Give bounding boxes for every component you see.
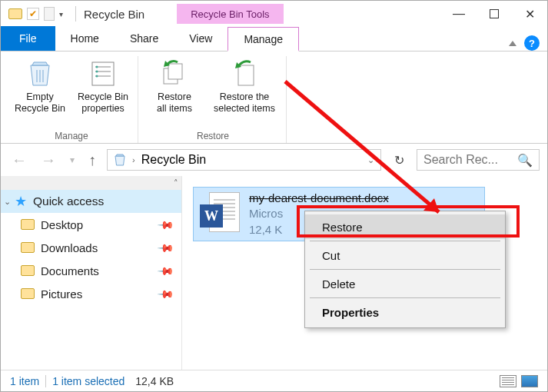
nav-label: Pictures [41,287,82,301]
restore-selected-icon [229,58,260,88]
label-line2: properties [81,103,125,115]
svg-point-5 [96,71,98,73]
context-menu-properties[interactable]: Properties [305,300,505,324]
label-line2: all items [157,103,192,115]
restore-selected-items-button[interactable]: Restore the selected items [208,56,281,115]
collapse-ribbon-icon[interactable] [509,41,516,46]
folder-icon [21,265,35,276]
status-selection: 1 item selected [52,375,125,387]
file-name: my-dearest-document.docx [249,191,389,206]
label-line1: Empty [26,91,53,103]
nav-label: Documents [41,264,99,277]
help-icon[interactable]: ? [524,35,540,51]
nav-quick-access[interactable]: ⌄ ★ Quick access [1,190,181,213]
star-icon: ★ [15,193,27,210]
explorer-window: ✔ ▾ Recycle Bin Recycle Bin Tools — ✕ Fi… [0,0,548,392]
tab-view[interactable]: View [174,26,228,51]
status-size: 12,4 KB [135,375,174,387]
nav-documents[interactable]: Documents 📌 [1,259,181,282]
recent-locations-icon[interactable]: ▾ [67,154,78,165]
svg-point-6 [96,75,98,78]
label-line1: Recycle Bin [78,91,128,103]
separator [75,6,76,22]
restore-all-icon [159,58,190,88]
context-menu-cut[interactable]: Cut [305,243,505,267]
address-bar: ← → ▾ ↑ › Recycle Bin ⌄ ↻ Search Rec... … [1,144,547,176]
view-switcher [500,375,538,387]
nav-label: Desktop [41,218,83,231]
status-item-count: 1 item [10,375,39,387]
status-bar: 1 item 1 item selected 12,4 KB [1,370,547,391]
qat-dropdown-icon[interactable]: ▾ [59,10,63,18]
pin-icon: 📌 [157,238,174,256]
recycle-bin-icon [25,58,55,88]
tab-manage[interactable]: Manage [228,27,299,51]
context-menu-delete[interactable]: Delete [305,271,505,296]
svg-rect-10 [238,65,254,85]
properties-qat-icon[interactable]: ✔ [27,8,39,20]
word-document-icon: W [200,192,240,235]
ribbon-group-manage: Empty Recycle Bin Recycle Bin properties… [5,56,138,143]
label-line1: Restore the [220,91,270,103]
title-bar: ✔ ▾ Recycle Bin Recycle Bin Tools — ✕ [1,1,547,27]
nav-label: Quick access [33,194,104,208]
tab-home[interactable]: Home [55,26,115,51]
ribbon-group-restore: Restore all items Restore the selected i… [140,56,287,143]
folder-icon [21,242,35,253]
page-icon[interactable] [44,7,55,21]
group-label: Restore [197,128,229,143]
ribbon-tabs: File Home Share View Manage ? [1,27,547,51]
folder-icon[interactable] [8,8,22,19]
minimize-button[interactable]: — [441,2,477,25]
label-line2: selected items [214,103,275,115]
nav-pictures[interactable]: Pictures 📌 [1,282,181,305]
search-input[interactable]: Search Rec... 🔍 [417,149,540,171]
nav-desktop[interactable]: Desktop 📌 [1,213,181,236]
folder-icon [21,219,35,230]
label-line2: Recycle Bin [15,103,65,115]
label-line1: Restore [158,91,191,103]
menu-separator [310,269,500,270]
pin-icon: 📌 [157,284,174,302]
group-label: Manage [55,128,88,143]
recycle-bin-small-icon [114,153,126,167]
up-button[interactable]: ↑ [85,151,99,169]
maximize-button[interactable] [477,2,512,25]
navigation-pane: ˄ ⌄ ★ Quick access Desktop 📌 Downloads 📌… [1,176,182,370]
menu-separator [310,241,500,241]
nav-downloads[interactable]: Downloads 📌 [1,236,181,259]
details-view-button[interactable] [500,375,516,387]
chevron-down-icon[interactable]: ⌄ [367,155,374,165]
forward-button[interactable]: → [38,151,59,169]
svg-point-4 [96,66,98,68]
quick-access-toolbar: ✔ ▾ [1,7,71,21]
close-button[interactable]: ✕ [512,2,547,25]
ribbon: Empty Recycle Bin Recycle Bin properties… [1,51,547,144]
svg-rect-8 [168,64,182,79]
refresh-button[interactable]: ↻ [389,153,409,168]
search-icon: 🔍 [517,153,533,168]
properties-list-icon [88,58,118,88]
svg-rect-0 [92,62,114,85]
pin-icon: 📌 [157,215,174,233]
large-icons-view-button[interactable] [521,375,538,387]
path-segment[interactable]: Recycle Bin [141,153,206,167]
window-controls: — ✕ [441,2,547,25]
chevron-right-icon[interactable]: › [132,155,135,164]
empty-recycle-bin-button[interactable]: Empty Recycle Bin [10,56,70,115]
scroll-up-icon[interactable]: ˄ [1,176,181,190]
recycle-bin-properties-button[interactable]: Recycle Bin properties [73,56,133,115]
folder-icon [21,288,35,299]
expand-icon[interactable]: ⌄ [4,197,11,207]
tab-file[interactable]: File [1,26,55,51]
restore-all-items-button[interactable]: Restore all items [144,56,204,115]
menu-separator [310,297,500,298]
address-path[interactable]: › Recycle Bin ⌄ [107,149,381,171]
contextual-tab-header: Recycle Bin Tools [177,4,283,24]
tab-share[interactable]: Share [115,26,174,51]
separator [45,375,46,387]
window-title: Recycle Bin [84,8,144,21]
context-menu-restore[interactable]: Restore [305,214,505,239]
back-button[interactable]: ← [8,151,30,169]
nav-label: Downloads [41,241,98,254]
